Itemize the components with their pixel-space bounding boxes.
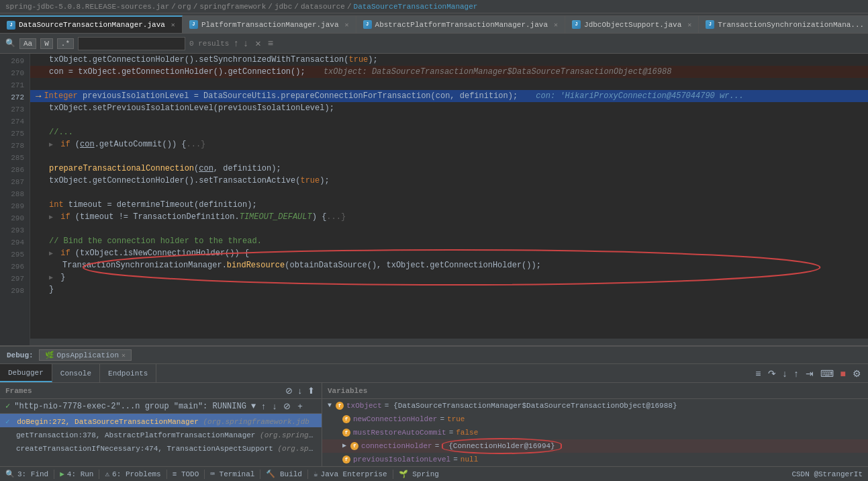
frame-item-1[interactable]: getTransaction:378, AbstractPlatformTran… bbox=[0, 427, 322, 441]
filter-btn[interactable]: ≡ bbox=[268, 38, 273, 49]
status-build[interactable]: 🔨 Build bbox=[266, 470, 302, 478]
java-icon: J bbox=[7, 21, 15, 30]
app-name: OpsApplication bbox=[57, 351, 119, 359]
debug-run-cursor-btn[interactable]: ⇥ bbox=[803, 367, 816, 380]
status-terminal[interactable]: ⌨ Terminal bbox=[210, 470, 254, 478]
frames-panel: Frames ⊘ ↓ ⬆ ✓ "http-nio-7778-exec-2"...… bbox=[0, 383, 322, 466]
oval-group: ▶ if (txObject.isNewConnectionHolder()) … bbox=[30, 247, 868, 283]
code-line-271 bbox=[30, 78, 868, 90]
var-txobject[interactable]: ▼ f txObject = {DataSourceTransactionMan… bbox=[322, 399, 868, 412]
tab-label: AbstractPlatformTransactionManager.java bbox=[375, 21, 548, 29]
find-results: 0 results bbox=[189, 40, 229, 48]
next-result-btn[interactable]: ↓ bbox=[243, 38, 248, 49]
var-icon-f: f bbox=[350, 442, 358, 450]
status-java-enterprise[interactable]: ☕ Java Enterprise bbox=[314, 470, 387, 478]
endpoints-tab[interactable]: Endpoints bbox=[100, 364, 156, 382]
debug-stop-btn[interactable]: ■ bbox=[838, 367, 849, 380]
frame-list: ✓ doBegin:272, DataSourceTransactionMana… bbox=[0, 414, 322, 454]
close-debug-btn[interactable]: ✕ bbox=[122, 351, 126, 359]
frame-sort-btn[interactable]: ↓ bbox=[297, 386, 304, 396]
search-icon[interactable]: 🔍 bbox=[5, 38, 15, 48]
code-line-296: TransactionSynchronizationManager.bindRe… bbox=[30, 259, 868, 271]
debug-step-out-btn[interactable]: ↑ bbox=[791, 367, 802, 380]
debug-settings-btn[interactable]: ⚙ bbox=[850, 367, 864, 380]
tab-tx-sync[interactable]: J TransactionSynchronizationMana... ✕ bbox=[699, 15, 868, 33]
expand-triangle[interactable]: ▶ bbox=[342, 439, 346, 453]
close-tab-btn[interactable]: ✕ bbox=[687, 21, 691, 29]
close-tab-btn[interactable]: ✕ bbox=[554, 21, 558, 29]
debug-actions: ≡ ↷ ↓ ↑ ⇥ ⌨ ■ ⚙ bbox=[749, 367, 868, 380]
tab-label: PlatformTransactionManager.java bbox=[201, 21, 339, 29]
thread-filter-btn[interactable]: ⊘ bbox=[282, 401, 292, 411]
collapse-triangle[interactable]: ▼ bbox=[328, 399, 332, 412]
debug-step-into-btn[interactable]: ↓ bbox=[780, 367, 790, 380]
debug-content: Frames ⊘ ↓ ⬆ ✓ "http-nio-7778-exec-2"...… bbox=[0, 383, 868, 466]
thread-label: "http-nio-7778-exec-2"...n group "main":… bbox=[14, 402, 246, 411]
code-line-270: con = txObject.getConnectionHolder().get… bbox=[30, 66, 868, 78]
frame-export-btn[interactable]: ⬆ bbox=[306, 386, 316, 396]
status-spring[interactable]: 🌱 Spring bbox=[399, 470, 439, 478]
close-tab-btn[interactable]: ✕ bbox=[171, 21, 175, 29]
horizontal-scrollbar[interactable] bbox=[30, 339, 868, 345]
frames-title: Frames bbox=[5, 387, 32, 395]
code-line-275: //... bbox=[30, 126, 868, 138]
thread-add-btn[interactable]: + bbox=[296, 401, 304, 411]
word-btn[interactable]: W bbox=[40, 38, 53, 49]
status-find[interactable]: 🔍 3: Find bbox=[5, 470, 48, 478]
code-line-298: } bbox=[30, 283, 868, 296]
thread-down-btn[interactable]: ↓ bbox=[271, 401, 279, 411]
var-icon-f: f bbox=[342, 415, 350, 423]
app-icon: 🌿 bbox=[45, 351, 54, 359]
code-line-293 bbox=[30, 223, 868, 235]
regex-btn[interactable]: .* bbox=[57, 38, 74, 49]
var-conn-holder[interactable]: ▶ f connectionHolder = {ConnectionHolder… bbox=[322, 439, 868, 453]
csdn-watermark: CSDN @StrangerIt bbox=[791, 470, 863, 478]
debug-step-over-btn[interactable]: ↷ bbox=[765, 367, 779, 380]
thread-selector[interactable]: "http-nio-7778-exec-2"...n group "main":… bbox=[14, 402, 256, 411]
status-todo[interactable]: ≡ TODO bbox=[173, 470, 199, 478]
debug-title: Debug: bbox=[7, 351, 34, 359]
code-line-290: ▶ if (timeout != TransactionDefinition.T… bbox=[30, 211, 868, 223]
var-prev-isolation[interactable]: f previousIsolationLevel = null bbox=[322, 453, 868, 466]
frame-filter-btn[interactable]: ⊘ bbox=[284, 386, 294, 396]
variables-title: Variables bbox=[328, 387, 367, 395]
font-btn[interactable]: Aa bbox=[19, 38, 36, 49]
chevron-down-icon: ▼ bbox=[251, 402, 256, 411]
code-line-287: txObject.getConnectionHolder().setTransa… bbox=[30, 175, 868, 187]
thread-up-btn[interactable]: ↑ bbox=[260, 401, 267, 411]
tab-datasource-tm[interactable]: J DataSourceTransactionManager.java ✕ bbox=[0, 15, 183, 33]
find-bar: 🔍 Aa W .* 0 results ↑ ↓ ✕ ≡ bbox=[0, 34, 868, 54]
tab-abstract-tm[interactable]: J AbstractPlatformTransactionManager.jav… bbox=[356, 15, 565, 33]
tab-jdbc-obj[interactable]: J JdbcObjectSupport.java ✕ bbox=[565, 15, 699, 33]
debug-evaluate-btn[interactable]: ⌨ bbox=[818, 367, 836, 380]
line-numbers: 269 270 271 272 273 274 275 278 285 286 … bbox=[0, 54, 30, 345]
tab-platform-tm[interactable]: J PlatformTransactionManager.java ✕ bbox=[183, 15, 356, 33]
breadcrumb-text: spring-jdbc-5.0.8.RELEASE-sources.jar bbox=[5, 3, 169, 11]
prev-result-btn[interactable]: ↑ bbox=[233, 38, 238, 49]
status-problems[interactable]: ⚠ 6: Problems bbox=[105, 470, 160, 478]
debugger-tab[interactable]: Debugger bbox=[0, 364, 52, 382]
var-new-conn-holder[interactable]: f newConnectionHolder = true bbox=[322, 412, 868, 426]
frame-item-0[interactable]: ✓ doBegin:272, DataSourceTransactionMana… bbox=[0, 414, 322, 427]
java-icon: J bbox=[189, 20, 198, 29]
status-bar: 🔍 3: Find ▶ 4: Run ⚠ 6: Problems ≡ TODO … bbox=[0, 466, 868, 481]
debug-list-btn[interactable]: ≡ bbox=[753, 367, 763, 380]
console-tab[interactable]: Console bbox=[52, 364, 100, 382]
code-line-273: txObject.setPreviousIsolationLevel(previ… bbox=[30, 102, 868, 114]
debug-app-badge[interactable]: 🌿 OpsApplication ✕ bbox=[39, 349, 132, 361]
debug-title-bar: Debug: 🌿 OpsApplication ✕ bbox=[0, 347, 868, 364]
variables-header: Variables bbox=[322, 383, 868, 399]
code-line-294: // Bind the connection holder to the thr… bbox=[30, 235, 868, 247]
var-must-restore[interactable]: f mustRestoreAutoCommit = false bbox=[322, 426, 868, 439]
var-icon-f: f bbox=[342, 455, 350, 464]
code-content[interactable]: txObject.getConnectionHolder().setSynchr… bbox=[30, 54, 868, 345]
editor-area: 269 270 271 272 273 274 275 278 285 286 … bbox=[0, 54, 868, 345]
close-find-btn[interactable]: ✕ bbox=[255, 38, 260, 49]
tab-bar: J DataSourceTransactionManager.java ✕ J … bbox=[0, 13, 868, 34]
frame-item-2[interactable]: createTransactionIfNecessary:474, Transa… bbox=[0, 441, 322, 454]
java-icon: J bbox=[572, 20, 581, 29]
status-run[interactable]: ▶ 4: Run bbox=[60, 470, 93, 478]
code-line-274 bbox=[30, 114, 868, 126]
close-tab-btn[interactable]: ✕ bbox=[345, 21, 349, 29]
search-input[interactable] bbox=[78, 37, 185, 50]
